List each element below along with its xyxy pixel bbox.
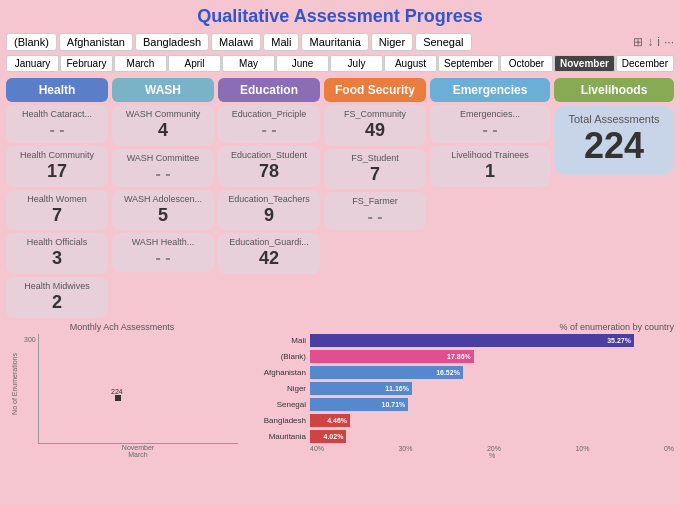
education-col: Education xyxy=(218,78,320,102)
month-tab-december[interactable]: December xyxy=(616,55,674,72)
country-tab-niger[interactable]: Niger xyxy=(371,33,413,51)
metric-health-women: Health Women 7 xyxy=(6,190,108,231)
month-tab-august[interactable]: August xyxy=(384,55,437,72)
metric-wash-committee: WASH Committee - - xyxy=(112,149,214,187)
month-tab-march[interactable]: March xyxy=(114,55,167,72)
download-icon[interactable]: ↓ xyxy=(647,35,653,49)
scatter-chart-title: Monthly Ach Assessments xyxy=(6,322,238,332)
total-value: 224 xyxy=(564,125,664,167)
wash-header: WASH xyxy=(112,78,214,102)
emergencies-header: Emergencies xyxy=(430,78,550,102)
metric-fs-farmer: FS_Farmer - - xyxy=(324,192,426,230)
food-header: Food Security xyxy=(324,78,426,102)
metric-education-guardian: Education_Guardi... 42 xyxy=(218,233,320,274)
month-tab-september[interactable]: September xyxy=(438,55,499,72)
month-tab-july[interactable]: July xyxy=(330,55,383,72)
bar-fill-niger: 11.16% xyxy=(310,382,412,395)
livelihoods-header: Livelihoods xyxy=(554,78,674,102)
country-tab-blank[interactable]: (Blank) xyxy=(6,33,57,51)
month-tab-february[interactable]: February xyxy=(60,55,113,72)
bar-chart-title: % of enumeration by country xyxy=(244,322,674,332)
bar-row-mauritania: Mauritania 4.02% xyxy=(244,430,674,443)
y-axis-label: No of Enumerations xyxy=(11,353,18,415)
month-tabs: January February March April May June Ju… xyxy=(6,55,674,72)
bar-chart: % of enumeration by country Mali 35.27% … xyxy=(244,322,674,462)
country-tab-afghanistan[interactable]: Afghanistan xyxy=(59,33,133,51)
bar-row-bangladesh: Bangladesh 4.46% xyxy=(244,414,674,427)
metric-emergencies: Emergencies... - - xyxy=(430,105,550,143)
metric-health-officials: Health Officials 3 xyxy=(6,233,108,274)
y-300-label: 300 xyxy=(24,336,36,343)
country-tab-senegal[interactable]: Senegal xyxy=(415,33,471,51)
country-tab-mali[interactable]: Mali xyxy=(263,33,299,51)
metric-health-cataract: Health Cataract... - - xyxy=(6,105,108,143)
metric-fs-community: FS_Community 49 xyxy=(324,105,426,146)
info-icon[interactable]: i xyxy=(657,35,660,49)
tab-icons: ⊞ ↓ i ··· xyxy=(633,35,674,49)
health-metrics: Health Cataract... - - Health Community … xyxy=(6,105,108,318)
scatter-dot xyxy=(115,395,121,401)
metric-livelihood-trainees: Livelihood Trainees 1 xyxy=(430,146,550,187)
x-axis-label: NovemberMarch xyxy=(38,444,238,458)
bar-fill-mauritania: 4.02% xyxy=(310,430,346,443)
health-header: Health xyxy=(6,78,108,102)
wash-col: WASH xyxy=(112,78,214,102)
bar-fill-afghanistan: 16.52% xyxy=(310,366,463,379)
bar-row-senegal: Senegal 10.71% xyxy=(244,398,674,411)
health-col: Health xyxy=(6,78,108,102)
country-tab-malawi[interactable]: Malawi xyxy=(211,33,261,51)
bar-fill-bangladesh: 4.46% xyxy=(310,414,350,427)
metric-wash-community: WASH Community 4 xyxy=(112,105,214,146)
education-header: Education xyxy=(218,78,320,102)
bar-fill-senegal: 10.71% xyxy=(310,398,408,411)
scatter-plot-area: 224 xyxy=(38,334,238,444)
bar-fill-blank: 17.86% xyxy=(310,350,474,363)
page-wrapper: Qualitative Assessment Progress (Blank) … xyxy=(0,0,680,506)
scatter-chart: Monthly Ach Assessments No of Enumeratio… xyxy=(6,322,238,462)
bar-row-mali: Mali 35.27% xyxy=(244,334,674,347)
total-label: Total Assessments xyxy=(564,113,664,125)
month-tab-november[interactable]: November xyxy=(554,55,615,72)
metric-fs-student: FS_Student 7 xyxy=(324,149,426,190)
x-axis-pct-label: % xyxy=(310,452,674,459)
total-assessments-box: Total Assessments 224 xyxy=(554,105,674,175)
bar-fill-mali: 35.27% xyxy=(310,334,634,347)
food-metrics: FS_Community 49 FS_Student 7 FS_Farmer -… xyxy=(324,105,426,318)
metric-education-student: Education_Student 78 xyxy=(218,146,320,187)
education-metrics: Education_Priciple - - Education_Student… xyxy=(218,105,320,318)
metric-health-midwives: Health Midwives 2 xyxy=(6,277,108,318)
metric-wash-health: WASH Health... - - xyxy=(112,233,214,271)
dot-value-label: 224 xyxy=(111,388,123,395)
bar-row-blank: (Blank) 17.86% xyxy=(244,350,674,363)
metric-health-community: Health Community 17 xyxy=(6,146,108,187)
month-tab-january[interactable]: January xyxy=(6,55,59,72)
country-tabs: (Blank) Afghanistan Bangladesh Malawi Ma… xyxy=(6,33,674,51)
metric-wash-adolescent: WASH Adolescen... 5 xyxy=(112,190,214,231)
page-title: Qualitative Assessment Progress xyxy=(6,6,674,27)
month-tab-may[interactable]: May xyxy=(222,55,275,72)
month-tab-october[interactable]: October xyxy=(500,55,553,72)
x-axis-labels: 40% 30% 20% 10% 0% xyxy=(310,445,674,452)
bar-row-niger: Niger 11.16% xyxy=(244,382,674,395)
metric-education-priciple: Education_Priciple - - xyxy=(218,105,320,143)
metric-education-teachers: Education_Teachers 9 xyxy=(218,190,320,231)
wash-metrics: WASH Community 4 WASH Committee - - WASH… xyxy=(112,105,214,318)
food-col: Food Security xyxy=(324,78,426,102)
country-tab-bangladesh[interactable]: Bangladesh xyxy=(135,33,209,51)
more-icon[interactable]: ··· xyxy=(664,35,674,49)
month-tab-june[interactable]: June xyxy=(276,55,329,72)
country-tab-mauritania[interactable]: Mauritania xyxy=(301,33,368,51)
month-tab-april[interactable]: April xyxy=(168,55,221,72)
bar-row-afghanistan: Afghanistan 16.52% xyxy=(244,366,674,379)
bar-chart-rows: Mali 35.27% (Blank) 17.86% xyxy=(244,334,674,443)
table-icon[interactable]: ⊞ xyxy=(633,35,643,49)
